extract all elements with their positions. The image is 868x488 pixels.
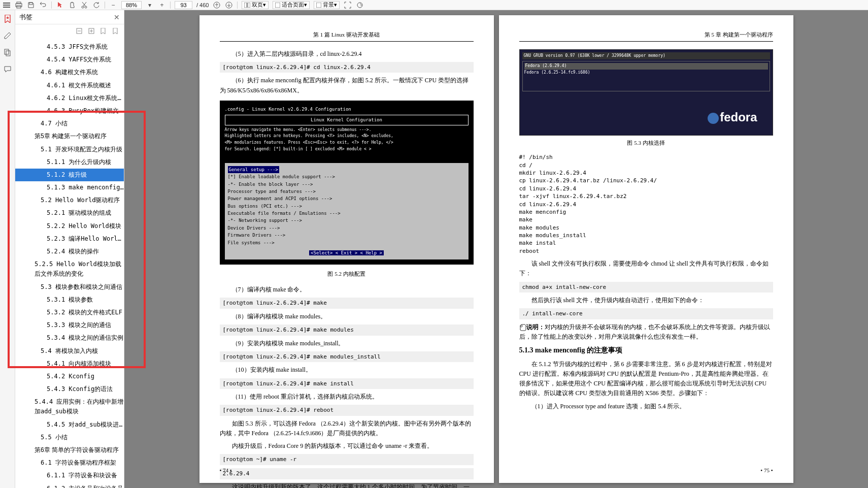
bookmarks-title: 书签 [19, 13, 32, 22]
bookmark-item[interactable]: 5.3.4 模块之间的通信实例 [15, 332, 124, 344]
page-input[interactable] [175, 1, 192, 9]
bookmark-item[interactable]: 5.3 模块参数和模块之间通信 [15, 281, 124, 294]
page-header: 第 1 篇 Linux 驱动开发基础 [220, 30, 474, 42]
settings-icon[interactable] [356, 1, 364, 9]
bookmark-item[interactable]: 5.1.2 核升级 [15, 169, 124, 181]
menu-icon[interactable] [3, 1, 11, 9]
main-toolbar: − ▾ + / 460 双页 ▾ 适合页面 ▾ 背景 ▾ [0, 0, 868, 10]
chat-icon[interactable] [3, 64, 12, 74]
bookmark-item[interactable]: 4.5.4 YAFFS文件系统 [15, 53, 124, 66]
bookmark-item[interactable]: 4.6 构建根文件系统 [15, 66, 124, 79]
svg-rect-13 [275, 3, 280, 8]
expand-icon[interactable] [88, 28, 95, 35]
section-heading: 5.1.3 make menconfig 的注意事项 [519, 345, 773, 356]
svg-point-20 [520, 325, 522, 327]
bookmark-item[interactable]: 5.4.3 Kconfig的语法 [15, 383, 124, 396]
bookmark-item[interactable]: 5.4.5 对add_sub模块进行配置 [15, 418, 124, 431]
page-number: • 74 • [220, 466, 232, 475]
collapse-icon[interactable] [76, 28, 83, 35]
svg-rect-12 [248, 3, 250, 8]
print-icon[interactable] [15, 1, 23, 9]
bookmark-item[interactable]: 5.2.1 驱动模块的组成 [15, 207, 124, 219]
bookmark-item[interactable]: 5.3.3 模块之间的通信 [15, 319, 124, 332]
bg-button[interactable]: 背景 ▾ [314, 1, 340, 9]
document-view[interactable]: 第 1 篇 Linux 驱动开发基础 （5）进入第二层内核源码目录，cd lin… [124, 10, 868, 488]
figure-5-3: GNU GRUB version 0.97 (638K lower / 3299… [519, 49, 773, 136]
chevron-down-icon[interactable]: ▾ [146, 1, 154, 9]
page-left: 第 1 篇 Linux 驱动开发基础 （5）进入第二层内核源码目录，cd lin… [199, 15, 494, 483]
page-total: / 460 [196, 2, 209, 8]
zoom-in-icon[interactable]: + [158, 1, 166, 9]
bookmark-item[interactable]: 5.5 小结 [15, 431, 124, 444]
bookmark-item[interactable]: 第6章 简单的字符设备驱动程序 [15, 444, 124, 457]
zoom-input[interactable] [121, 1, 142, 9]
save-icon[interactable] [27, 1, 35, 9]
pages-icon[interactable] [3, 48, 12, 57]
figure-5-2: .config - Linux Kernel v2.6.29.4 Configu… [220, 101, 474, 265]
bookmark-item[interactable]: 6.1.1 字符设备和块设备 [15, 469, 124, 482]
bookmark-item[interactable]: 5.4.4 应用实例：在内核中新增加add_sub模块 [15, 396, 124, 418]
side-strip [0, 10, 15, 488]
bookmark-item[interactable]: 5.4 将模块加入内核 [15, 345, 124, 357]
bookmark-item[interactable]: 5.2 Hello World驱动程序 [15, 194, 124, 207]
bookmark-tree[interactable]: 4.5.3 JFFS文件系统4.5.4 YAFFS文件系统4.6 构建根文件系统… [15, 39, 124, 488]
bookmark-item[interactable]: 5.2.2 Hello World模块 [15, 220, 124, 233]
svg-point-7 [82, 6, 84, 8]
fit-mode-button[interactable]: 适合页面 ▾ [273, 1, 310, 9]
bookmark-item[interactable]: 4.5.3 JFFS文件系统 [15, 41, 124, 53]
bookmark-item[interactable]: 4.7 小结 [15, 117, 124, 130]
close-icon[interactable]: ✕ [114, 13, 120, 21]
bookmark-filled-icon[interactable] [113, 28, 120, 35]
svg-rect-2 [3, 7, 10, 8]
bookmarks-panel: 书签 ✕ 4.5.3 JFFS文件系统4.5.4 YAFFS文件系统4.6 构建… [15, 10, 124, 488]
svg-rect-1 [3, 5, 10, 6]
note-icon [519, 324, 526, 331]
next-page-icon[interactable] [225, 1, 233, 9]
svg-rect-14 [316, 3, 321, 8]
bookmark-item[interactable]: 5.1 开发环境配置之内核升级 [15, 143, 124, 156]
bookmark-item[interactable]: 6.1 字符设备驱动程序框架 [15, 457, 124, 469]
page-right: 第 5 章 构建第一个驱动程序 GNU GRUB version 0.97 (6… [499, 15, 793, 483]
bookmark-item[interactable]: 5.4.1 向内核添加模块 [15, 357, 124, 370]
pointer-icon[interactable] [56, 1, 64, 9]
bookmark-item[interactable]: 第5章 构建第一个驱动程序 [15, 130, 124, 143]
rotate-icon[interactable] [92, 1, 101, 9]
bookmark-item[interactable]: 5.1.3 make menconfig的注意事项 [15, 181, 124, 194]
bookmark-star-icon[interactable] [3, 14, 12, 23]
page-number: • 75 • [760, 466, 773, 475]
bookmark-item[interactable]: 5.2.3 编译Hello World模块 [15, 233, 124, 245]
svg-rect-11 [244, 3, 247, 8]
bookmark-item[interactable]: 5.4.2 Kconfig [15, 370, 124, 383]
svg-point-8 [85, 6, 87, 8]
edit-icon[interactable] [3, 31, 12, 40]
bookmark-item[interactable]: 5.3.1 模块参数 [15, 294, 124, 306]
svg-rect-0 [3, 3, 10, 4]
bookmark-item[interactable]: 5.3.2 模块的文件格式ELF [15, 306, 124, 319]
hand-icon[interactable] [68, 1, 76, 9]
svg-rect-17 [6, 51, 10, 56]
bookmark-item[interactable]: 4.6.2 Linux根文件系统目录结构 [15, 92, 124, 105]
shell-script: #! /bin/shcd /mkdir linux-2.6.29.4 cp li… [519, 153, 773, 255]
bookmark-item[interactable]: 4.6.3 BusyBox构建根文件系统 [15, 105, 124, 117]
page-header: 第 5 章 构建第一个驱动程序 [519, 30, 773, 42]
svg-rect-16 [5, 49, 9, 54]
fullscreen-icon[interactable] [344, 1, 352, 9]
bookmark-item[interactable]: 5.2.5 Hello World模块加载后文件系统的变化 [15, 258, 124, 280]
zoom-out-icon[interactable]: − [109, 1, 117, 9]
svg-rect-6 [29, 3, 32, 5]
bookmark-item[interactable]: 4.6.1 根文件系统概述 [15, 79, 124, 92]
prev-page-icon[interactable] [213, 1, 221, 9]
bookmark-icon[interactable] [101, 28, 108, 35]
cut-icon[interactable] [80, 1, 88, 9]
svg-point-15 [357, 3, 362, 8]
bookmark-item[interactable]: 6.1.2 主设备号和次设备号 [15, 482, 124, 488]
view-mode-button[interactable]: 双页 ▾ [242, 1, 269, 9]
undo-icon[interactable] [39, 1, 47, 9]
bookmark-item[interactable]: 5.1.1 为什么升级内核 [15, 156, 124, 169]
bookmark-item[interactable]: 5.2.4 模块的操作 [15, 245, 124, 258]
